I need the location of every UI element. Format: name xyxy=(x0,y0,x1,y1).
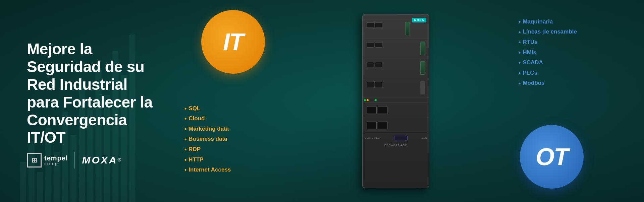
dual-port xyxy=(367,62,382,74)
ot-list: Maquinaria Líneas de ensamble RTUs HMIs … xyxy=(519,17,577,88)
tempel-icon: ⊞ xyxy=(27,153,42,167)
ethernet-port xyxy=(367,42,374,48)
dual-port xyxy=(367,82,382,94)
list-item: RTUs xyxy=(519,37,577,48)
list-item: Marketing data xyxy=(184,124,231,134)
sfp-port xyxy=(367,122,377,129)
moxa-logo-text: MOXA xyxy=(82,154,117,165)
moxa-registered: ® xyxy=(117,157,121,162)
device-top-area: MOXA xyxy=(363,14,429,19)
ethernet-port xyxy=(367,62,374,67)
list-item: SQL xyxy=(184,104,231,114)
moxa-badge: MOXA xyxy=(412,18,426,22)
list-item: SCADA xyxy=(519,58,577,68)
connector-block xyxy=(420,81,425,94)
list-item: Internet Access xyxy=(184,165,231,175)
sfp-section xyxy=(363,104,429,117)
list-item: Líneas de ensamble xyxy=(519,27,577,38)
led-green xyxy=(364,99,366,101)
section-divider xyxy=(363,38,429,39)
device-body: MOXA xyxy=(362,14,429,188)
port-row xyxy=(365,120,427,131)
right-section: Maquinaria Líneas de ensamble RTUs HMIs … xyxy=(456,0,604,202)
it-label: IT xyxy=(223,28,243,56)
port-row xyxy=(365,60,427,76)
port-row xyxy=(365,41,427,56)
logo-divider xyxy=(74,152,75,169)
dual-port xyxy=(367,42,382,54)
device-model-label: EDS-4012-4GC xyxy=(363,142,429,148)
section-divider xyxy=(363,118,429,118)
list-item: HMIs xyxy=(519,48,577,58)
tempel-name-stack: tempel group xyxy=(44,154,68,166)
list-item: Maquinaria xyxy=(519,17,577,27)
ot-circle: OT xyxy=(520,125,584,189)
port-row xyxy=(365,21,412,36)
usb-label: USB xyxy=(422,136,427,139)
ethernet-port xyxy=(367,82,374,87)
dual-port xyxy=(367,122,388,129)
device-wrapper: MOXA xyxy=(359,11,433,192)
content-wrapper: Mejore la Seguridad de su Red Industrial… xyxy=(0,0,644,202)
ethernet-port xyxy=(375,82,382,87)
headline-text: Mejore la Seguridad de su Red Industrial… xyxy=(27,40,154,146)
sfp-port xyxy=(378,122,388,129)
port-section-3 xyxy=(363,59,429,77)
it-circle: IT xyxy=(201,10,265,74)
section-divider xyxy=(363,78,429,78)
sfp-section-2 xyxy=(363,119,429,132)
port-row xyxy=(365,80,427,95)
section-divider xyxy=(363,103,429,103)
list-item: HTTP xyxy=(184,155,231,165)
sfp-port xyxy=(378,107,388,114)
port-row xyxy=(365,105,427,116)
headline-block: Mejore la Seguridad de su Red Industrial… xyxy=(27,40,154,146)
banner: Mejore la Seguridad de su Red Industrial… xyxy=(0,0,644,202)
dual-port xyxy=(367,107,388,114)
tempel-main-text: tempel xyxy=(44,154,68,162)
moxa-logo: MOXA® xyxy=(82,154,121,166)
list-item: Cloud xyxy=(184,114,231,124)
ot-label: OT xyxy=(536,143,568,171)
console-label: CONSOLE xyxy=(365,136,380,139)
device-section: MOXA xyxy=(335,0,456,202)
port-section-4 xyxy=(363,79,429,97)
led-green xyxy=(375,99,377,101)
tempel-logo: ⊞ tempel group xyxy=(27,153,68,167)
tempel-group-text: group xyxy=(44,162,68,166)
left-section: Mejore la Seguridad de su Red Industrial… xyxy=(0,0,174,202)
led-amber xyxy=(367,99,369,101)
list-item: Modbus xyxy=(519,78,577,89)
ethernet-port xyxy=(367,22,374,28)
led-off xyxy=(369,99,371,101)
port-section-2 xyxy=(363,39,429,57)
center-section: IT SQL Cloud Marketing data Business dat… xyxy=(174,0,335,202)
list-item: PLCs xyxy=(519,68,577,78)
connector-green xyxy=(420,42,425,55)
led-off xyxy=(372,99,374,101)
section-divider xyxy=(363,133,429,133)
ethernet-port xyxy=(375,42,382,48)
section-divider xyxy=(363,97,429,98)
list-item: RDP xyxy=(184,144,231,155)
console-section: CONSOLE USB xyxy=(363,134,429,142)
tempel-icon-symbol: ⊞ xyxy=(32,157,37,163)
list-item: Business data xyxy=(184,134,231,145)
led-strip xyxy=(363,98,429,102)
ethernet-port xyxy=(375,22,382,28)
console-port xyxy=(394,136,408,140)
logos-section: ⊞ tempel group MOXA® xyxy=(27,152,154,169)
connector-green xyxy=(420,61,425,75)
connector-green xyxy=(405,22,410,35)
it-list: SQL Cloud Marketing data Business data R… xyxy=(184,104,231,175)
dual-port xyxy=(367,22,382,35)
sfp-port xyxy=(367,107,377,114)
ethernet-port xyxy=(375,62,382,67)
section-divider xyxy=(363,58,429,58)
